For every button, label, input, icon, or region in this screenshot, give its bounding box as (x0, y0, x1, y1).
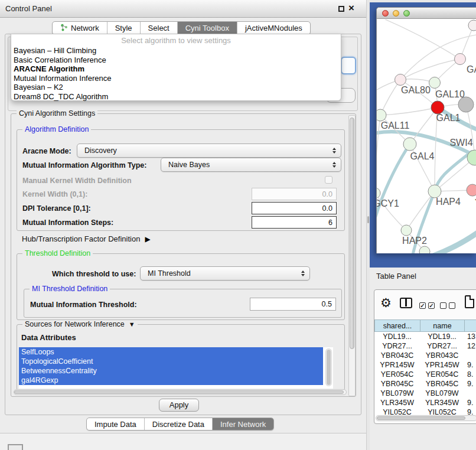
cell: 13 (464, 332, 476, 341)
network-node[interactable] (377, 188, 380, 198)
network-edge[interactable] (433, 232, 476, 253)
close-icon[interactable]: × (348, 2, 354, 14)
close-traffic-light-icon[interactable] (382, 10, 389, 17)
column-layout-icon[interactable] (400, 298, 412, 308)
network-edge[interactable] (380, 107, 438, 115)
checked-checkbox-icon[interactable]: ✓ (428, 302, 435, 309)
zoom-traffic-light-icon[interactable] (403, 10, 410, 17)
list-item-selected[interactable]: gal4RGexp (19, 376, 323, 385)
table-row[interactable]: YBR043CYBR043C (374, 351, 476, 360)
scrollbar-thumb[interactable] (377, 416, 465, 420)
network-edge[interactable] (406, 191, 435, 230)
table-row[interactable]: YER054CYER054C8. (374, 370, 476, 379)
mi-type-combo[interactable]: Naive Bayes (161, 158, 341, 172)
column-header[interactable]: name (420, 319, 464, 332)
hub-definition-expander[interactable]: Hub/Transcription Factor Definition ▶ (22, 234, 151, 243)
network-node[interactable] (468, 20, 476, 31)
node-label: GAL80 (401, 85, 431, 95)
float-window-icon[interactable] (338, 6, 344, 12)
network-node[interactable] (455, 54, 466, 65)
table-row[interactable]: YDL19...YDL19...13 (374, 332, 476, 341)
minimized-panel-icon[interactable] (8, 444, 23, 450)
dropdown-option-selected[interactable]: ARACNE Algorithm (11, 64, 341, 74)
network-node[interactable] (403, 138, 416, 151)
table-row[interactable]: YBL079WYBL079W (374, 389, 476, 398)
dpi-tolerance-field[interactable]: 0.0 (252, 202, 337, 214)
mi-steps-field[interactable]: 6 (252, 216, 337, 229)
dropdown-option[interactable]: Dream8 DC_TDC Algorithm (11, 92, 341, 102)
network-view-window: GAL GAL80 GAL10 GAL1 GAL11 GAL4 SWI4 GCY… (376, 7, 476, 253)
unchecked-checkbox-icon[interactable] (440, 302, 446, 309)
dropdown-option[interactable]: Bayesian – K2 (11, 83, 341, 92)
list-item-selected[interactable]: SelfLoops (19, 347, 323, 357)
tab-jactivemnodules[interactable]: jActiveMNodules (237, 22, 310, 34)
table-row[interactable]: YLR345WYLR345W9. (374, 398, 476, 407)
gear-icon[interactable]: ⚙ (380, 296, 392, 310)
tab-discretize-data[interactable]: Discretize Data (145, 418, 213, 430)
app-window: Control Panel × Network Style Select Cyn… (0, 0, 476, 450)
table-row[interactable]: YPR145WYPR145W9. (374, 360, 476, 370)
network-edge[interactable] (377, 115, 380, 193)
apply-button[interactable]: Apply (159, 399, 199, 412)
unchecked-checkbox-icon[interactable] (449, 302, 455, 309)
sources-group-title-row[interactable]: Sources for Network Inference ▼ (22, 320, 138, 328)
network-node[interactable] (429, 77, 441, 89)
tab-style-label: Style (115, 24, 132, 32)
dropdown-option[interactable]: Mutual Information Inference (11, 74, 341, 83)
network-node[interactable] (401, 225, 412, 236)
algorithm-combo-fragment[interactable] (341, 57, 356, 74)
mi-threshold-field[interactable]: 0.5 (250, 298, 336, 311)
table-body: YDL19...YDL19...13 YDR27...YDR27...12 YB… (374, 332, 476, 415)
dropdown-option[interactable]: Basic Correlation Inference (11, 56, 341, 65)
scrollbar-thumb[interactable] (14, 390, 344, 394)
tab-select[interactable]: Select (141, 22, 178, 34)
network-node[interactable] (431, 101, 444, 114)
table-horizontal-scrollbar[interactable] (376, 415, 476, 421)
divider-handle[interactable] (367, 216, 369, 223)
checked-checkbox-icon[interactable]: ✓ (419, 302, 426, 309)
table-row[interactable]: YIL052CYIL052C9. (374, 407, 476, 415)
cell: YLR345W (374, 398, 420, 407)
cell: YBL079W (374, 389, 420, 398)
column-header[interactable]: shared... (374, 319, 420, 332)
table-row[interactable]: YBR045CYBR045C9. (374, 379, 476, 389)
column-header[interactable] (464, 319, 476, 332)
which-threshold-combo[interactable]: MI Threshold (140, 266, 310, 281)
manual-kernel-checkbox (325, 176, 332, 184)
kernel-width-label: Kernel Width (0,1): (22, 190, 87, 198)
table-panel-title: Table Panel (376, 272, 416, 281)
settings-horizontal-scrollbar[interactable] (14, 389, 347, 395)
minimize-traffic-light-icon[interactable] (393, 10, 399, 17)
scrollbar-thumb[interactable] (350, 118, 354, 349)
settings-vertical-scrollbar[interactable] (348, 115, 356, 396)
network-window-titlebar[interactable] (377, 8, 476, 19)
scrollbar-thumb[interactable] (327, 350, 331, 385)
tab-network[interactable]: Network (53, 22, 107, 34)
tab-infer-network[interactable]: Infer Network (213, 418, 273, 430)
network-canvas[interactable]: GAL GAL80 GAL10 GAL1 GAL11 GAL4 SWI4 GCY… (377, 19, 476, 253)
network-node[interactable] (377, 109, 386, 121)
tab-cyni-toolbox[interactable]: Cyni Toolbox (178, 22, 237, 34)
network-node[interactable] (467, 184, 476, 196)
network-edge[interactable] (400, 59, 460, 80)
combo-arrows-icon (299, 270, 309, 276)
sources-group: Sources for Network Inference ▼ Data Att… (17, 324, 345, 390)
aracne-mode-value: Discovery (84, 146, 117, 155)
dropdown-option[interactable]: Bayesian – Hill Climbing (11, 46, 341, 56)
document-icon[interactable] (465, 295, 474, 308)
aracne-mode-combo[interactable]: Discovery (77, 144, 341, 158)
network-edge[interactable] (466, 105, 475, 158)
list-item-selected[interactable]: TopologicalCoefficient (19, 357, 323, 366)
tab-style[interactable]: Style (107, 22, 141, 34)
network-edge[interactable] (383, 19, 460, 59)
list-item-selected[interactable]: BetweennessCentrality (19, 366, 323, 376)
list-vertical-scrollbar[interactable] (325, 348, 332, 386)
table-row[interactable]: YDR27...YDR27...12 (374, 341, 476, 351)
node-label: HAP4 (436, 197, 461, 207)
network-node[interactable] (395, 74, 406, 86)
network-node[interactable] (428, 185, 441, 198)
node-label: HAP2 (402, 236, 427, 246)
tab-impute-data[interactable]: Impute Data (87, 418, 145, 430)
cell: YER054C (420, 370, 464, 379)
cell: YIL052C (374, 407, 420, 415)
